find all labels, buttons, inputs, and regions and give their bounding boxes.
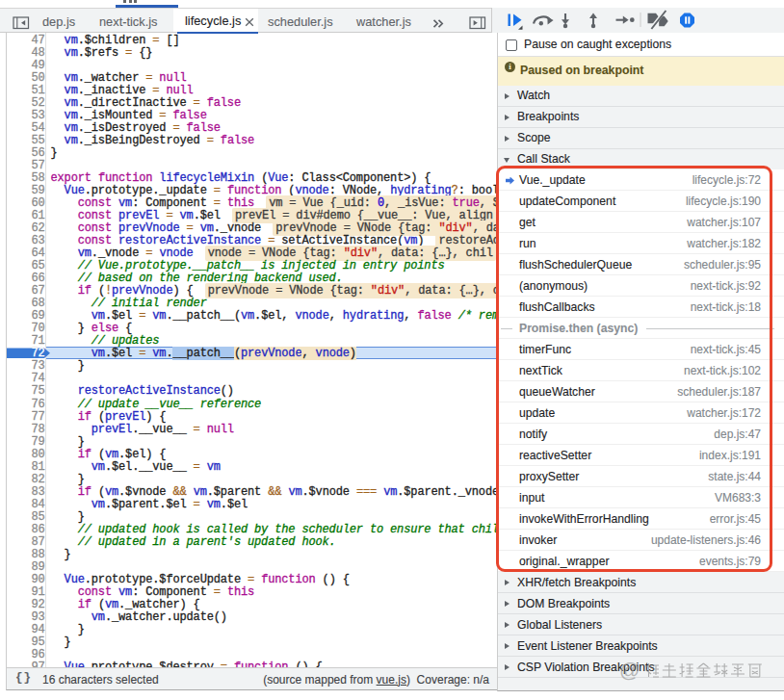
- svg-text:@: @: [619, 659, 640, 681]
